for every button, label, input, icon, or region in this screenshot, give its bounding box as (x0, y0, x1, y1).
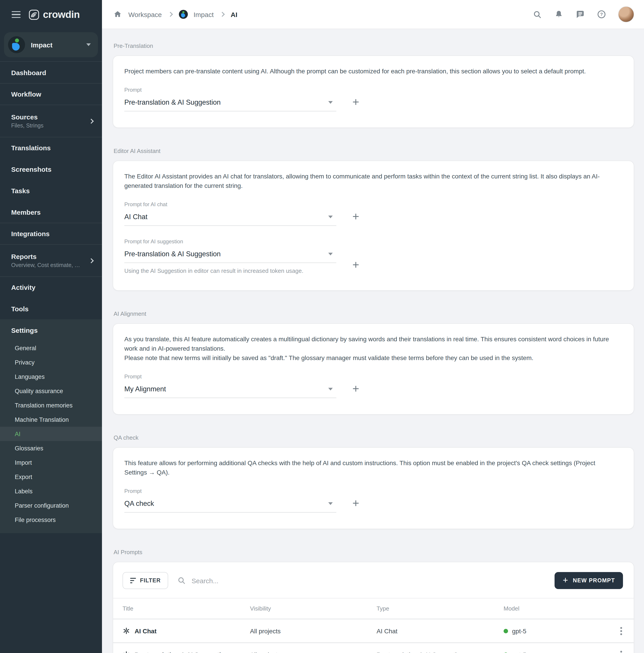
prompt-type: Pre-translation & AI Suggestion (376, 651, 503, 653)
sidebar-item-quality-assurance[interactable]: Quality assurance (0, 384, 102, 398)
sidebar-item-workflow[interactable]: Workflow (0, 83, 102, 105)
add-prompt-button[interactable]: + (352, 211, 359, 226)
prompt-visibility: All projects (250, 651, 376, 653)
ai-alignment-description-1: As you translate, this AI feature automa… (124, 335, 616, 353)
prompts-table: Title Visibility Type Model AI Chat All … (113, 598, 634, 653)
sidebar-item-privacy[interactable]: Privacy (0, 355, 102, 369)
add-prompt-button[interactable]: + (352, 497, 359, 512)
section-label-qa-check: QA check (114, 434, 634, 441)
user-avatar[interactable] (618, 6, 634, 22)
search-icon (177, 576, 186, 585)
notifications-bell-icon[interactable] (554, 9, 564, 19)
qa-check-prompt-select[interactable]: QA check (124, 498, 336, 512)
sidebar-item-integrations[interactable]: Integrations (0, 223, 102, 244)
prompt-title: AI Chat (134, 627, 156, 634)
column-header-type[interactable]: Type (376, 605, 503, 612)
sidebar-item-parser-configuration[interactable]: Parser configuration (0, 498, 102, 512)
add-prompt-button[interactable]: + (352, 259, 359, 274)
sidebar-item-export[interactable]: Export (0, 469, 102, 484)
sidebar-item-translation-memories[interactable]: Translation memories (0, 398, 102, 412)
editor-ai-assistant-card: The Editor AI Assistant provides an AI c… (113, 161, 634, 291)
row-menu-kebab-icon[interactable] (618, 648, 625, 653)
sidebar-item-activity[interactable]: Activity (0, 276, 102, 298)
breadcrumb-project[interactable]: Impact (194, 10, 214, 18)
sidebar-item-languages[interactable]: Languages (0, 369, 102, 384)
add-prompt-button[interactable]: + (352, 96, 359, 111)
sidebar-item-sources[interactable]: Sources Files, Strings (0, 105, 102, 137)
topbar-actions: ? (532, 6, 634, 22)
sidebar-item-label: Dashboard (11, 69, 93, 76)
column-header-model[interactable]: Model (503, 605, 607, 612)
table-row[interactable]: Pre-translation & AI Suggestion All proj… (113, 642, 634, 653)
sidebar-item-label: Integrations (11, 230, 93, 238)
caret-down-icon (328, 388, 333, 390)
sidebar-item-general[interactable]: General (0, 341, 102, 355)
section-label-ai-alignment: AI Alignment (114, 310, 634, 317)
shell: Impact Dashboard Workflow Sources Files,… (0, 29, 644, 653)
topbar: crowdin Workspace Impact AI (0, 0, 644, 29)
pre-translation-card: Project members can pre-translate conten… (113, 55, 634, 128)
prompts-search-input[interactable] (191, 576, 546, 585)
breadcrumb-workspace[interactable]: Workspace (128, 10, 162, 18)
chevron-right-icon (168, 12, 173, 17)
column-header-visibility[interactable]: Visibility (250, 605, 376, 612)
filter-icon (130, 578, 136, 583)
prompt-model: gpt-5 (512, 651, 526, 653)
new-prompt-button-label: NEW PROMPT (573, 577, 615, 584)
home-icon[interactable] (113, 9, 123, 19)
sidebar-item-file-processors[interactable]: File processors (0, 512, 102, 527)
select-value: Pre-translation & AI Suggestion (124, 250, 221, 258)
sidebar-item-translations[interactable]: Translations (0, 137, 102, 158)
sidebar-item-tasks[interactable]: Tasks (0, 180, 102, 201)
filter-button-label: FILTER (140, 577, 161, 584)
qa-check-description: This feature allows for performing addit… (124, 458, 616, 477)
crowdin-logo-icon (29, 9, 39, 20)
chevron-right-icon (220, 12, 225, 17)
ai-suggestion-prompt-select[interactable]: Pre-translation & AI Suggestion (124, 248, 336, 263)
prompt-visibility: All projects (250, 627, 376, 634)
pre-translation-prompt-select[interactable]: Pre-translation & AI Suggestion (124, 97, 336, 111)
sidebar-item-import[interactable]: Import (0, 455, 102, 469)
ai-chat-prompt-select[interactable]: AI Chat (124, 211, 336, 226)
ai-alignment-prompt-select[interactable]: My Alignment (124, 383, 336, 398)
prompt-field-label: Prompt for AI suggestion (124, 238, 336, 245)
sidebar-item-labels[interactable]: Labels (0, 484, 102, 498)
new-prompt-button[interactable]: + NEW PROMPT (555, 572, 623, 589)
svg-text:?: ? (600, 12, 603, 17)
chevron-right-icon (89, 258, 94, 263)
sidebar-item-reports[interactable]: Reports Overview, Cost estimate, Transl… (0, 244, 102, 276)
sidebar-item-tools[interactable]: Tools (0, 298, 102, 319)
breadcrumb-current-page: AI (231, 10, 238, 18)
prompt-field-label: Prompt (124, 87, 336, 93)
sidebar-nav: Dashboard Workflow Sources Files, String… (0, 61, 102, 319)
sidebar-item-members[interactable]: Members (0, 201, 102, 223)
sidebar-item-settings[interactable]: Settings (0, 319, 102, 341)
sidebar-item-label: Members (11, 208, 93, 216)
caret-down-icon (328, 502, 333, 505)
pre-translation-description: Project members can pre-translate conten… (124, 67, 616, 76)
sidebar-item-screenshots[interactable]: Screenshots (0, 158, 102, 180)
search-icon[interactable] (532, 9, 542, 19)
help-icon[interactable]: ? (597, 9, 606, 19)
sidebar: Impact Dashboard Workflow Sources Files,… (0, 29, 102, 653)
filter-button[interactable]: FILTER (123, 572, 168, 589)
sidebar-item-machine-translation[interactable]: Machine Translation (0, 412, 102, 427)
row-menu-kebab-icon[interactable] (618, 624, 625, 637)
messages-icon[interactable] (575, 9, 585, 19)
sidebar-item-label: Translations (11, 144, 93, 152)
menu-icon[interactable] (11, 11, 21, 18)
sidebar-item-glossaries[interactable]: Glossaries (0, 441, 102, 455)
table-row[interactable]: AI Chat All projects AI Chat gpt-5 (113, 619, 634, 642)
main-content: Pre-Translation Project members can pre-… (102, 29, 644, 653)
sidebar-item-label: Activity (11, 284, 93, 291)
sidebar-item-dashboard[interactable]: Dashboard (0, 62, 102, 83)
prompt-field-label: Prompt (124, 373, 336, 380)
add-prompt-button[interactable]: + (352, 383, 359, 398)
crowdin-logo-text: crowdin (43, 9, 80, 20)
column-header-title[interactable]: Title (123, 605, 250, 612)
openai-icon (123, 651, 130, 653)
qa-check-card: This feature allows for performing addit… (113, 447, 634, 529)
sidebar-item-ai[interactable]: AI (0, 427, 102, 441)
project-selector[interactable]: Impact (4, 32, 98, 57)
crowdin-logo[interactable]: crowdin (29, 9, 80, 20)
